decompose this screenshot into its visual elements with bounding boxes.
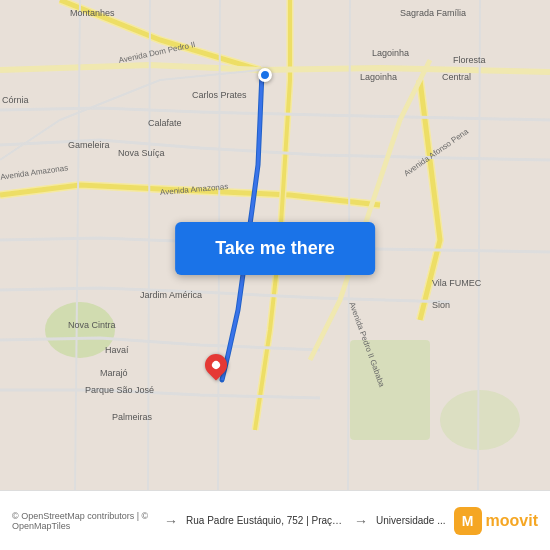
svg-point-1 — [45, 302, 115, 358]
take-me-there-button[interactable]: Take me there — [175, 222, 375, 275]
route-from: Rua Padre Eustáquio, 752 | Praça ... — [186, 515, 346, 526]
route-to: Universidade ... — [376, 515, 445, 526]
moovit-icon: M — [454, 507, 482, 535]
attribution-text: © OpenStreetMap contributors | © OpenMap… — [12, 511, 156, 531]
map-container: Montanhes Sagrada Família Lagoinha Flore… — [0, 0, 550, 490]
moovit-text: moovit — [486, 512, 538, 530]
start-marker — [258, 68, 272, 82]
moovit-label: moovit — [486, 512, 538, 529]
attribution-label: © OpenStreetMap contributors | © OpenMap… — [12, 511, 148, 531]
route-arrow-2: → — [354, 513, 368, 529]
svg-point-3 — [440, 390, 520, 450]
moovit-logo: M moovit — [454, 507, 538, 535]
route-arrow: → — [164, 513, 178, 529]
bottom-bar: © OpenStreetMap contributors | © OpenMap… — [0, 490, 550, 550]
moovit-icon-letter: M — [462, 513, 474, 529]
svg-rect-2 — [350, 340, 430, 440]
